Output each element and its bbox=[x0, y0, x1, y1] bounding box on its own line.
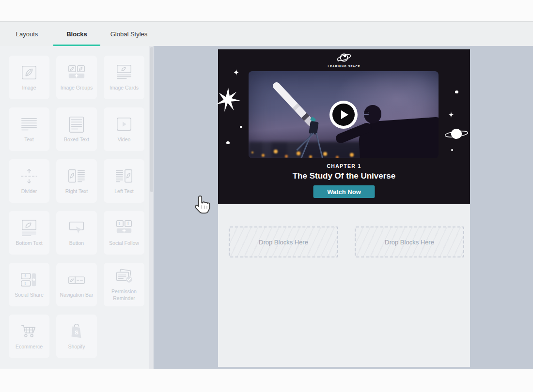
block-tile-shopify[interactable]: S Shopify bbox=[56, 315, 97, 358]
block-tile-bottom-text[interactable]: Bottom Text bbox=[9, 211, 49, 255]
image-icon bbox=[18, 64, 40, 82]
block-tile-label: Ecommerce bbox=[10, 344, 48, 350]
block-tile-left-text[interactable]: Left Text bbox=[104, 159, 144, 203]
block-tile-label: Navigation Bar bbox=[58, 292, 95, 299]
bottom-text-icon bbox=[18, 219, 40, 238]
astronomer-glasses bbox=[363, 112, 369, 115]
right-text-icon bbox=[65, 167, 88, 186]
blocks-sidebar: Image Image Groups Image Cards bbox=[0, 46, 154, 369]
block-tile-image[interactable]: Image bbox=[9, 56, 49, 99]
email-preview: LEARNING SPACE bbox=[218, 49, 470, 367]
block-tile-label: Boxed Text bbox=[58, 136, 95, 143]
block-tile-label: Button bbox=[58, 240, 95, 247]
star-dot bbox=[240, 126, 242, 128]
editor-tabbar: Layouts Blocks Global Styles bbox=[0, 21, 533, 46]
navigation-bar-icon bbox=[65, 271, 88, 289]
play-icon bbox=[341, 110, 348, 119]
email-builder-app: Layouts Blocks Global Styles Image Image… bbox=[0, 0, 533, 392]
star-dot bbox=[451, 149, 453, 151]
play-button[interactable] bbox=[329, 101, 358, 129]
block-tile-social-share[interactable]: ft Social Share bbox=[9, 263, 49, 306]
text-icon bbox=[18, 116, 40, 134]
block-tile-label: Bottom Text bbox=[10, 240, 48, 247]
brand-logo: LEARNING SPACE bbox=[218, 52, 470, 68]
block-tile-label: Image Cards bbox=[105, 85, 143, 91]
block-tile-video[interactable]: Video bbox=[104, 107, 144, 151]
block-tile-image-groups[interactable]: Image Groups bbox=[56, 56, 97, 99]
sidebar-scrollbar[interactable] bbox=[149, 46, 154, 369]
drop-zone-label: Drop Blocks Here bbox=[259, 239, 308, 246]
svg-text:t: t bbox=[25, 281, 26, 286]
social-follow-icon: tf bbox=[113, 219, 135, 238]
top-whitespace bbox=[0, 0, 533, 21]
bottom-whitespace bbox=[0, 369, 533, 392]
drop-zone-left[interactable]: Drop Blocks Here bbox=[229, 226, 338, 257]
permission-reminder-icon bbox=[113, 268, 135, 286]
blocks-grid: Image Image Groups Image Cards bbox=[0, 46, 154, 358]
left-text-icon bbox=[113, 167, 135, 186]
tab-layouts[interactable]: Layouts bbox=[2, 22, 52, 46]
tab-blocks[interactable]: Blocks bbox=[52, 22, 102, 46]
block-tile-boxed-text[interactable]: Boxed Text bbox=[56, 107, 97, 151]
block-tile-label: Permission Reminder bbox=[105, 288, 143, 302]
chapter-label: CHAPTER 1 bbox=[218, 163, 470, 169]
city-lights bbox=[251, 151, 253, 153]
social-share-icon: ft bbox=[18, 271, 40, 289]
image-cards-icon bbox=[113, 64, 135, 82]
block-tile-label: Video bbox=[105, 136, 143, 143]
block-tile-label: Divider bbox=[10, 188, 48, 195]
play-button-inner bbox=[332, 104, 355, 126]
star-dot bbox=[226, 141, 230, 144]
sparkle-star-icon bbox=[447, 111, 455, 119]
block-tile-social-follow[interactable]: tf Social Follow bbox=[104, 211, 144, 255]
boxed-text-icon bbox=[65, 116, 88, 134]
sparkle-star-icon bbox=[233, 69, 240, 76]
block-tile-label: Image bbox=[10, 85, 48, 91]
block-tile-label: Image Groups bbox=[58, 85, 95, 91]
tab-global-styles[interactable]: Global Styles bbox=[102, 22, 156, 46]
telescope-tube bbox=[271, 81, 315, 128]
block-tile-divider[interactable]: Divider bbox=[9, 159, 49, 203]
video-thumbnail[interactable] bbox=[249, 71, 439, 158]
block-tile-image-cards[interactable]: Image Cards bbox=[104, 56, 144, 99]
svg-text:S: S bbox=[75, 329, 78, 335]
button-icon bbox=[65, 219, 88, 238]
drop-zone-label: Drop Blocks Here bbox=[385, 239, 434, 246]
shopify-icon: S bbox=[65, 323, 88, 341]
svg-text:t: t bbox=[119, 221, 121, 226]
image-groups-icon bbox=[65, 64, 88, 82]
star-dot bbox=[455, 90, 458, 93]
ecommerce-icon bbox=[18, 323, 40, 341]
block-tile-right-text[interactable]: Right Text bbox=[56, 159, 97, 203]
svg-text:f: f bbox=[127, 221, 129, 226]
block-tile-label: Right Text bbox=[58, 188, 95, 195]
email-hero-section[interactable]: LEARNING SPACE bbox=[218, 49, 470, 204]
watch-now-button[interactable]: Watch Now bbox=[314, 185, 375, 198]
block-tile-label: Left Text bbox=[105, 188, 143, 195]
block-tile-ecommerce[interactable]: Ecommerce bbox=[9, 315, 49, 358]
block-tile-text[interactable]: Text bbox=[9, 107, 49, 151]
scrollbar-thumb[interactable] bbox=[150, 47, 153, 192]
block-tile-label: Text bbox=[10, 136, 48, 143]
brand-name: LEARNING SPACE bbox=[218, 65, 470, 68]
email-canvas: LEARNING SPACE bbox=[154, 46, 533, 369]
starburst-icon bbox=[215, 86, 241, 113]
block-tile-label: Social Follow bbox=[105, 240, 143, 247]
block-tile-label: Shopify bbox=[58, 344, 95, 350]
block-tile-navigation-bar[interactable]: Navigation Bar bbox=[56, 263, 97, 306]
video-icon bbox=[113, 116, 135, 134]
email-body-section: Drop Blocks Here Drop Blocks Here bbox=[218, 204, 470, 367]
block-tile-button[interactable]: Button bbox=[56, 211, 97, 255]
drop-zone-right[interactable]: Drop Blocks Here bbox=[355, 226, 464, 257]
divider-icon bbox=[18, 167, 40, 186]
svg-text:f: f bbox=[25, 273, 26, 278]
planet-logo-icon bbox=[335, 52, 353, 63]
block-tile-permission-reminder[interactable]: Permission Reminder bbox=[104, 263, 144, 306]
episode-title: The Study Of the Universe bbox=[218, 171, 470, 181]
saturn-icon bbox=[443, 126, 469, 142]
block-tile-label: Social Share bbox=[10, 292, 48, 299]
